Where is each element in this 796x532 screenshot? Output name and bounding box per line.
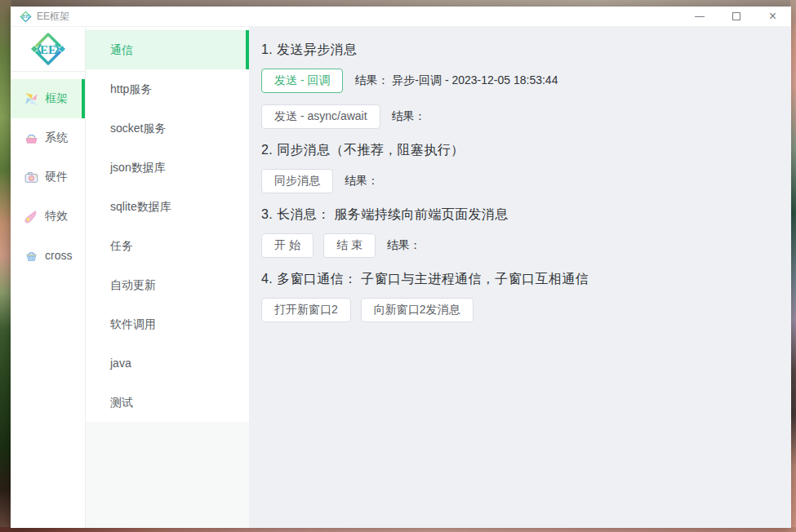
section-long-message: 3. 长消息： 服务端持续向前端页面发消息 开 始 结 束 结果： [261, 206, 776, 258]
basket-icon [24, 248, 39, 264]
desktop-wallpaper: EE框架 × [0, 0, 796, 532]
stop-button[interactable]: 结 束 [323, 233, 376, 258]
maximize-button[interactable] [718, 7, 754, 26]
menu-item-label: 自动更新 [110, 278, 156, 291]
app-window: EE框架 × [11, 7, 791, 528]
close-icon: × [769, 12, 776, 20]
section-heading: 1. 发送异步消息 [261, 41, 776, 58]
sidebar-item-label: 硬件 [45, 170, 68, 184]
result-label: 结果： [392, 109, 426, 122]
menu-item-communication[interactable]: 通信 [86, 30, 249, 69]
camera-icon [24, 170, 39, 185]
primary-sidebar: 框架 系统 [11, 27, 86, 528]
result-text: 结果： 异步-回调 - 2023-12-05 18:53:44 [354, 73, 558, 88]
menu-item-java[interactable]: java [86, 344, 249, 383]
sidebar-item-system[interactable]: 系统 [11, 118, 85, 157]
open-window2-button[interactable]: 打开新窗口2 [261, 298, 351, 322]
menu-item-http[interactable]: http服务 [86, 69, 249, 109]
sidebar-item-framework[interactable]: 框架 [11, 79, 85, 118]
menu-list: 通信 http服务 socket服务 json数据库 sqlite数据库 任务 … [86, 27, 249, 422]
section-sync-message: 2. 同步消息（不推荐，阻塞执行） 同步消息 结果： [261, 141, 776, 193]
menu-item-label: sqlite数据库 [110, 200, 171, 213]
menu-item-label: java [110, 357, 131, 370]
result-label: 结果： [387, 238, 421, 251]
section-multi-window: 4. 多窗口通信： 子窗口与主进程通信，子窗口互相通信 打开新窗口2 向新窗口2… [261, 270, 776, 322]
secondary-sidebar: 通信 http服务 socket服务 json数据库 sqlite数据库 任务 … [86, 27, 249, 528]
menu-item-label: http服务 [110, 82, 152, 95]
button-row: 打开新窗口2 向新窗口2发消息 [261, 298, 776, 322]
ee-logo-icon [30, 31, 66, 67]
button-row: 同步消息 结果： [261, 169, 776, 193]
menu-item-jobs[interactable]: 任务 [86, 226, 249, 265]
minimize-button[interactable] [681, 7, 718, 26]
menu-item-socket[interactable]: socket服务 [86, 109, 249, 148]
window-title: EE框架 [37, 10, 69, 24]
menu-item-label: socket服务 [110, 122, 166, 135]
titlebar[interactable]: EE框架 × [11, 7, 791, 27]
sidebar-item-hardware[interactable]: 硬件 [11, 157, 85, 197]
result-value: 异步-回调 - 2023-12-05 18:53:44 [392, 73, 558, 86]
wallpaper-strip-left [0, 0, 11, 532]
sidebar-item-label: cross [45, 249, 72, 262]
start-button[interactable]: 开 始 [261, 233, 314, 258]
app-logo-icon [20, 11, 32, 23]
sync-message-button[interactable]: 同步消息 [261, 169, 333, 193]
primary-nav: 框架 系统 [11, 72, 85, 275]
logo-cell[interactable] [11, 27, 85, 72]
active-indicator [82, 79, 85, 118]
menu-item-label: json数据库 [110, 161, 166, 174]
menu-item-sqlitedb[interactable]: sqlite数据库 [86, 187, 249, 226]
button-row: 开 始 结 束 结果： [261, 233, 776, 258]
close-button[interactable]: × [754, 7, 791, 26]
sidebar-item-label: 系统 [45, 131, 68, 145]
button-row: 发送 - 回调 结果： 异步-回调 - 2023-12-05 18:53:44 [261, 69, 776, 93]
menu-item-software[interactable]: 软件调用 [86, 304, 249, 344]
pinwheel-icon [24, 91, 39, 107]
send-callback-button[interactable]: 发送 - 回调 [261, 69, 343, 93]
section-heading: 3. 长消息： 服务端持续向前端页面发消息 [261, 206, 776, 223]
sidebar-item-label: 特效 [45, 209, 68, 224]
menu-item-label: 任务 [110, 239, 133, 252]
menu-item-autoupdate[interactable]: 自动更新 [86, 265, 249, 304]
menu-item-label: 测试 [110, 396, 133, 409]
active-indicator [246, 30, 249, 69]
menu-item-jsondb[interactable]: json数据库 [86, 148, 249, 187]
sidebar-item-cross[interactable]: cross [11, 236, 85, 275]
main-content: 1. 发送异步消息 发送 - 回调 结果： 异步-回调 - 2023-12-05… [249, 27, 791, 528]
minimize-icon [695, 16, 705, 17]
result-text: 结果： [387, 238, 425, 253]
comet-icon [24, 209, 39, 224]
wallpaper-strip-right [790, 0, 796, 532]
sidebar-item-effects[interactable]: 特效 [11, 197, 85, 236]
menu-item-label: 软件调用 [110, 317, 156, 330]
menu-item-test[interactable]: 测试 [86, 383, 249, 422]
result-label: 结果： [354, 73, 389, 86]
section-async-message: 1. 发送异步消息 发送 - 回调 结果： 异步-回调 - 2023-12-05… [261, 41, 776, 129]
send-async-await-button[interactable]: 发送 - async/await [261, 104, 380, 129]
sidebar-item-label: 框架 [45, 91, 68, 106]
section-heading: 4. 多窗口通信： 子窗口与主进程通信，子窗口互相通信 [261, 270, 776, 287]
section-heading: 2. 同步消息（不推荐，阻塞执行） [261, 141, 776, 158]
result-text: 结果： [392, 109, 429, 124]
menu-item-label: 通信 [110, 43, 133, 56]
window-controls: × [681, 7, 791, 26]
result-text: 结果： [345, 174, 382, 188]
egg-basket-icon [24, 131, 39, 146]
maximize-icon [732, 12, 740, 20]
result-label: 结果： [345, 174, 379, 187]
button-row: 发送 - async/await 结果： [261, 104, 776, 129]
send-to-window2-button[interactable]: 向新窗口2发消息 [361, 298, 474, 322]
